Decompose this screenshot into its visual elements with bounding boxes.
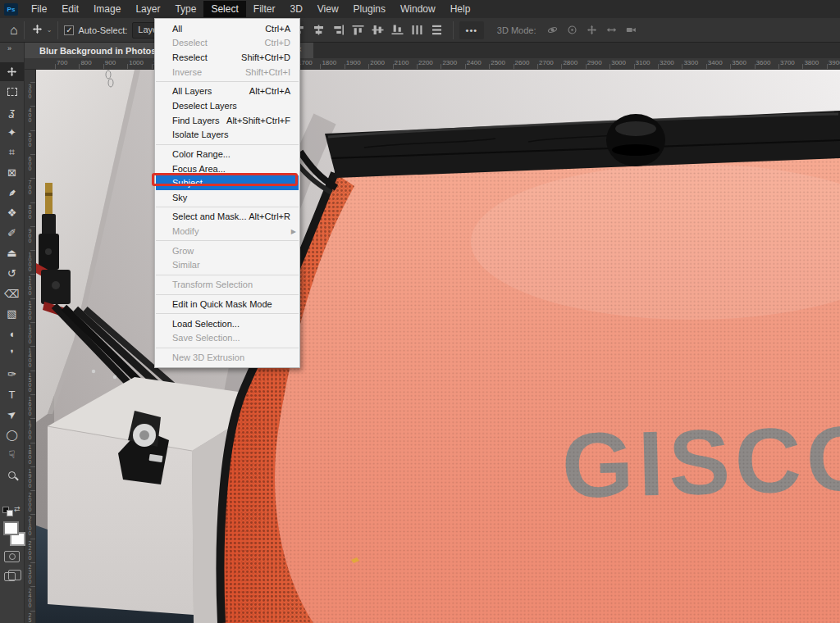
pen-icon: ✑ [7,368,16,380]
ruler-number: 2900 [587,59,602,66]
history-brush-tool[interactable]: ↺ [0,264,24,283]
menu-bar: Ps FileEditImageLayerTypeSelectFilter3DV… [0,0,840,18]
chevron-down-icon[interactable]: ⌄ [47,26,52,34]
eraser-tool[interactable]: ⌫ [0,284,24,303]
screen-mode-button[interactable] [4,572,16,581]
menu-image[interactable]: Image [86,1,128,17]
ruler-number: 2200 [418,59,433,66]
menu-file[interactable]: File [24,1,54,17]
menu-item-deselect-layers[interactable]: Deselect Layers [155,98,299,113]
ruler-tick [489,64,490,69]
align-bottom-icon[interactable] [388,22,408,39]
menu-item-focus-area[interactable]: Focus Area... [155,161,299,176]
menu-item-subject[interactable]: Subject [156,175,299,190]
3d-slide-icon[interactable] [602,22,622,39]
move-tool[interactable] [0,62,24,81]
home-icon[interactable]: ⌂ [10,23,18,38]
ruler-tick [103,64,104,69]
more-options-button[interactable]: ••• [459,21,484,39]
ruler-tick [802,64,803,69]
menu-separator [156,240,299,241]
menu-item-reselect[interactable]: ReselectShift+Ctrl+D [155,50,299,65]
ellipse-tool[interactable]: ◯ [0,425,24,444]
quick-mask-button[interactable] [4,551,20,562]
path-selection-icon: ➤ [5,407,20,422]
ruler-number: 2600 [515,59,530,66]
ruler-number: 2000 [27,492,33,512]
menu-select[interactable]: Select [203,1,245,17]
menu-edit[interactable]: Edit [54,1,86,17]
menu-item-label: All Layers [172,86,212,96]
menu-item-load-selection[interactable]: Load Selection... [155,316,299,331]
menu-item-label: Deselect Layers [172,101,237,111]
blur-tool[interactable]: ❜ [0,344,24,363]
ruler-number: 800 [27,204,33,219]
ruler-number: 1900 [27,468,33,488]
zoom-tool[interactable] [0,466,24,484]
ruler-tick [30,562,35,563]
auto-select-checkbox[interactable]: ✓ [64,25,74,35]
menu-window[interactable]: Window [393,1,443,17]
photoshop-logo[interactable]: Ps [4,3,18,16]
ruler-tick [537,64,538,69]
align-top-icon[interactable] [349,22,368,39]
default-colors-icon[interactable]: ⇄ [2,507,22,518]
ruler-tick [30,443,35,443]
menu-help[interactable]: Help [443,1,478,17]
3d-pan-icon[interactable] [582,22,602,39]
quick-selection-tool[interactable]: ✦ [0,123,24,142]
distribute-horizontal-icon[interactable] [408,22,427,39]
menu-filter[interactable]: Filter [246,1,283,17]
3d-roll-icon[interactable] [563,22,582,39]
lasso-tool[interactable]: ʓ [0,102,24,121]
blur-icon: ❜ [10,348,13,360]
align-right-icon[interactable] [329,22,349,39]
frame-tool[interactable]: ⊠ [0,163,24,182]
menu-item-select-and-mask[interactable]: Select and Mask...Alt+Ctrl+R [155,210,299,225]
menu-item-isolate-layers[interactable]: Isolate Layers [155,127,299,142]
ruler-number: 1800 [27,444,33,464]
menu-view[interactable]: View [310,1,346,17]
zoom-icon [8,471,16,479]
ruler-number: 1300 [27,324,33,343]
menu-item-edit-in-quick-mask-mode[interactable]: Edit in Quick Mask Mode [155,297,299,312]
menu-item-shortcut: Shift+Ctrl+I [245,67,290,77]
menu-item-sky[interactable]: Sky [155,190,299,205]
align-middle-icon[interactable] [368,22,388,39]
menu-item-find-layers[interactable]: Find LayersAlt+Shift+Ctrl+F [155,113,299,128]
toolbar-collapse-icon[interactable]: » [7,44,11,52]
menu-item-shortcut: Ctrl+D [265,38,290,48]
swap-colors-icon: ⇄ [14,505,21,513]
menu-item-all-layers[interactable]: All LayersAlt+Ctrl+A [155,84,299,99]
healing-brush-tool[interactable]: ❖ [0,203,24,222]
hand-tool[interactable]: ☟ [0,445,24,464]
menu-item-label: Grow [172,246,194,256]
menu-item-label: All [172,24,182,34]
foreground-color-swatch[interactable] [3,521,19,535]
path-selection-tool[interactable]: ➤ [0,405,24,424]
menu-3d[interactable]: 3D [282,1,309,17]
eyedropper-tool[interactable]: ✒ [0,184,24,202]
ruler-tick [79,64,80,69]
rectangular-marquee-tool[interactable] [0,83,24,102]
distribute-vertical-icon[interactable] [427,22,447,39]
type-tool[interactable]: T [0,385,24,404]
brush-tool[interactable]: ✐ [0,224,24,243]
pen-tool[interactable]: ✑ [0,365,24,384]
crop-tool[interactable]: ⌗ [0,143,24,161]
menu-item-all[interactable]: AllCtrl+A [155,21,299,36]
clone-stamp-tool[interactable]: ⏏ [0,243,24,262]
move-tool-icon[interactable] [30,23,45,38]
dodge-tool[interactable]: ◖ [0,325,24,343]
3d-orbit-icon[interactable] [543,22,563,39]
gradient-tool[interactable]: ▧ [0,304,24,323]
menu-plugins[interactable]: Plugins [346,1,393,17]
ruler-number: 1000 [129,59,144,66]
menu-item-color-range[interactable]: Color Range... [155,147,299,161]
menu-type[interactable]: Type [167,1,203,17]
history-brush-icon: ↺ [7,267,16,280]
align-center-horizontal-icon[interactable] [309,22,329,39]
3d-camera-icon[interactable] [622,22,641,39]
menu-layer[interactable]: Layer [128,1,167,17]
ruler-tick [682,64,682,69]
